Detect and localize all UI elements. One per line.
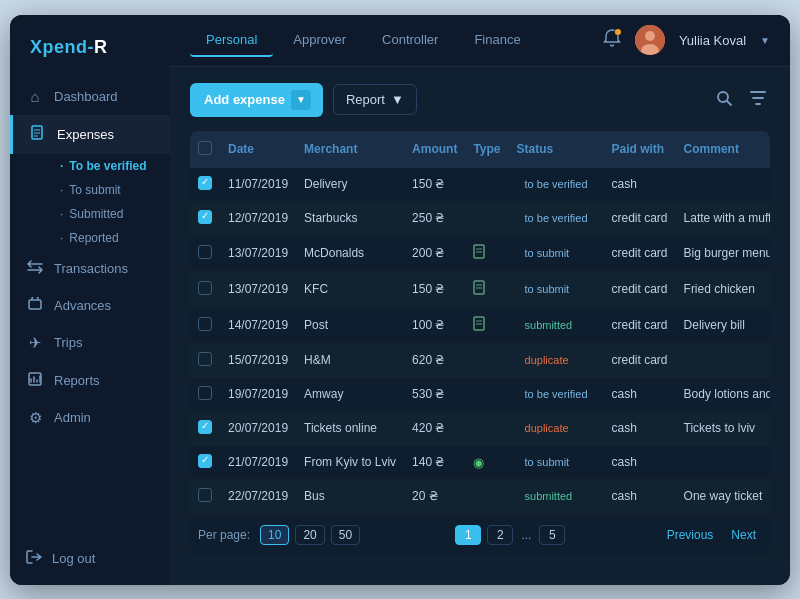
row-type xyxy=(465,201,508,235)
row-amount: 20 ₴ xyxy=(404,479,465,513)
row-checkbox[interactable] xyxy=(198,386,212,400)
row-amount: 200 ₴ xyxy=(404,235,465,271)
sidebar-item-reports[interactable]: Reports xyxy=(10,362,170,399)
row-merchant: From Kyiv to Lviv xyxy=(296,445,404,479)
logout-button[interactable]: Log out xyxy=(10,538,170,585)
row-paid-with: cash xyxy=(604,377,676,411)
page-5[interactable]: 5 xyxy=(539,525,565,545)
col-paid-with[interactable]: Paid with xyxy=(604,131,676,168)
select-all-checkbox[interactable] xyxy=(198,141,212,155)
col-comment[interactable]: Comment xyxy=(676,131,770,168)
row-status: submitted xyxy=(509,307,604,343)
sub-item-to-be-verified[interactable]: To be verified xyxy=(52,154,170,178)
sidebar-item-admin[interactable]: ⚙ Admin xyxy=(10,399,170,437)
row-amount: 530 ₴ xyxy=(404,377,465,411)
sidebar-label-dashboard: Dashboard xyxy=(54,89,118,104)
expenses-submenu: To be verified To submit Submitted Repor… xyxy=(10,154,170,250)
home-icon: ⌂ xyxy=(26,88,44,105)
username-label: Yuliia Koval xyxy=(679,33,746,48)
sidebar-item-transactions[interactable]: Transactions xyxy=(10,250,170,287)
table-body: 11/07/2019Delivery150 ₴to be verifiedcas… xyxy=(190,168,770,514)
app-logo: Xpend-R xyxy=(10,15,170,78)
row-type xyxy=(465,343,508,377)
notification-bell[interactable] xyxy=(603,29,621,52)
row-comment: Delivery bill xyxy=(676,307,770,343)
table-row: 11/07/2019Delivery150 ₴to be verifiedcas… xyxy=(190,168,770,202)
tab-approver[interactable]: Approver xyxy=(277,24,362,56)
tab-finance[interactable]: Finance xyxy=(458,24,536,56)
row-type xyxy=(465,479,508,513)
row-checkbox[interactable] xyxy=(198,281,212,295)
advances-icon xyxy=(26,297,44,314)
row-comment xyxy=(676,445,770,479)
row-checkbox[interactable] xyxy=(198,210,212,224)
row-checkbox[interactable] xyxy=(198,420,212,434)
report-button[interactable]: Report ▼ xyxy=(333,84,417,115)
sidebar-label-expenses: Expenses xyxy=(57,127,114,142)
sidebar-item-advances[interactable]: Advances xyxy=(10,287,170,324)
table-header: Date Merchant Amount Type Status Paid wi… xyxy=(190,131,770,168)
filter-button[interactable] xyxy=(746,87,770,113)
tab-controller[interactable]: Controller xyxy=(366,24,454,56)
col-date[interactable]: Date xyxy=(220,131,296,168)
row-type xyxy=(465,168,508,202)
transactions-icon xyxy=(26,260,44,277)
row-comment xyxy=(676,343,770,377)
table-row: 12/07/2019Starbucks250 ₴to be verifiedcr… xyxy=(190,201,770,235)
app-container: Xpend-R ⌂ Dashboard Expenses xyxy=(10,15,790,585)
page-1[interactable]: 1 xyxy=(455,525,481,545)
row-checkbox[interactable] xyxy=(198,454,212,468)
prev-page-button[interactable]: Previous xyxy=(661,526,720,544)
search-button[interactable] xyxy=(712,86,736,114)
row-paid-with: credit card xyxy=(604,307,676,343)
row-merchant: Tickets online xyxy=(296,411,404,445)
sidebar-item-trips[interactable]: ✈ Trips xyxy=(10,324,170,362)
col-merchant[interactable]: Merchant xyxy=(296,131,404,168)
per-page-10[interactable]: 10 xyxy=(260,525,289,545)
row-merchant: Amway xyxy=(296,377,404,411)
row-checkbox[interactable] xyxy=(198,488,212,502)
row-checkbox[interactable] xyxy=(198,176,212,190)
row-amount: 620 ₴ xyxy=(404,343,465,377)
row-status: to be verified xyxy=(509,201,604,235)
sidebar-item-expenses[interactable]: Expenses xyxy=(10,115,170,154)
sidebar-label-trips: Trips xyxy=(54,335,82,350)
sub-item-to-submit[interactable]: To submit xyxy=(52,178,170,202)
row-merchant: Starbucks xyxy=(296,201,404,235)
row-merchant: McDonalds xyxy=(296,235,404,271)
avatar-image xyxy=(635,25,665,55)
table-row: 21/07/2019From Kyiv to Lviv140 ₴◉to subm… xyxy=(190,445,770,479)
logo-suffix: R xyxy=(94,37,108,57)
row-status: to submit xyxy=(509,271,604,307)
sidebar-label-admin: Admin xyxy=(54,410,91,425)
tab-personal[interactable]: Personal xyxy=(190,24,273,57)
row-paid-with: cash xyxy=(604,411,676,445)
add-expense-button[interactable]: Add expense ▼ xyxy=(190,83,323,117)
col-amount[interactable]: Amount xyxy=(404,131,465,168)
col-status[interactable]: Status xyxy=(509,131,604,168)
per-page-50[interactable]: 50 xyxy=(331,525,360,545)
row-checkbox[interactable] xyxy=(198,245,212,259)
add-expense-chevron[interactable]: ▼ xyxy=(291,90,311,110)
sub-item-submitted[interactable]: Submitted xyxy=(52,202,170,226)
per-page-20[interactable]: 20 xyxy=(295,525,324,545)
page-2[interactable]: 2 xyxy=(487,525,513,545)
table-row: 19/07/2019Amway530 ₴to be verifiedcashBo… xyxy=(190,377,770,411)
row-date: 15/07/2019 xyxy=(220,343,296,377)
col-type[interactable]: Type xyxy=(465,131,508,168)
doc-icon xyxy=(473,320,487,335)
logout-label: Log out xyxy=(52,551,95,566)
user-avatar[interactable] xyxy=(635,25,665,55)
sidebar-item-dashboard[interactable]: ⌂ Dashboard xyxy=(10,78,170,115)
row-checkbox[interactable] xyxy=(198,352,212,366)
svg-rect-4 xyxy=(29,300,41,309)
main-panel: Personal Approver Controller Finance xyxy=(170,15,790,585)
row-amount: 420 ₴ xyxy=(404,411,465,445)
row-checkbox[interactable] xyxy=(198,317,212,331)
user-menu-chevron[interactable]: ▼ xyxy=(760,35,770,46)
next-page-button[interactable]: Next xyxy=(725,526,762,544)
expenses-table: Date Merchant Amount Type Status Paid wi… xyxy=(190,131,770,514)
pagination-bar: Per page: 10 20 50 1 2 ... 5 Previous Ne… xyxy=(190,514,770,555)
sidebar: Xpend-R ⌂ Dashboard Expenses xyxy=(10,15,170,585)
sub-item-reported[interactable]: Reported xyxy=(52,226,170,250)
